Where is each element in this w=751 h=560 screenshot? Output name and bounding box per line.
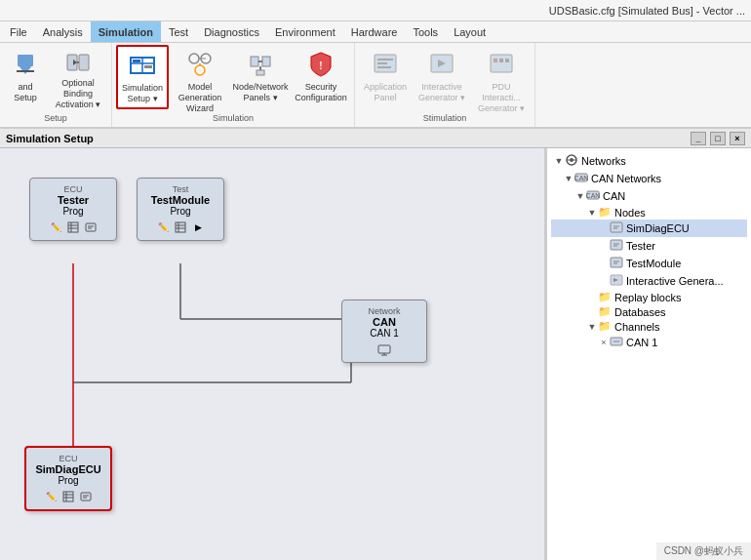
binding-icon bbox=[62, 49, 94, 76]
sub-window-bar: Simulation Setup _ □ × bbox=[0, 129, 751, 148]
tree-panel: ▼ Networks ▼ CAN CAN Networks ▼ CAN CAN … bbox=[546, 148, 751, 560]
testmodule-tree-label: TestModule bbox=[626, 258, 681, 269]
svg-point-14 bbox=[195, 65, 205, 75]
svg-rect-29 bbox=[491, 55, 512, 72]
tree-interactive-genera[interactable]: Interactive Genera... bbox=[551, 272, 747, 290]
btn-node-network[interactable]: Node/NetworkPanels ▾ bbox=[231, 45, 290, 109]
can1-icon bbox=[610, 335, 623, 350]
can1-toggle: × bbox=[598, 338, 610, 347]
menu-simulation[interactable]: Simulation bbox=[91, 21, 161, 42]
svg-rect-44 bbox=[86, 223, 96, 231]
tree-can-networks[interactable]: ▼ CAN CAN Networks bbox=[551, 170, 747, 187]
ecu-tester-block[interactable]: ECU Tester Prog ✏️ bbox=[29, 178, 117, 241]
ecu-testmodule-block[interactable]: Test TestModule Prog ✏️ ▶ bbox=[137, 178, 224, 241]
node-network-label: Node/NetworkPanels ▾ bbox=[233, 82, 289, 103]
tester-tree-label: Tester bbox=[626, 240, 655, 252]
maximize-button[interactable]: □ bbox=[710, 132, 726, 145]
tree-networks[interactable]: ▼ Networks bbox=[551, 152, 747, 170]
testmodule-icons: ✏️ ▶ bbox=[145, 220, 216, 234]
menu-analysis[interactable]: Analysis bbox=[35, 21, 91, 42]
btn-security-config[interactable]: ! SecurityConfiguration bbox=[292, 45, 350, 109]
tree-replay-blocks[interactable]: 📁 Replay blocks bbox=[551, 290, 747, 304]
btn-interactive-gen[interactable]: InteractiveGenerator ▾ bbox=[414, 45, 470, 109]
minimize-button[interactable]: _ bbox=[691, 132, 706, 145]
tester-type-label: ECU bbox=[38, 184, 108, 194]
testmodule-name-label: TestModule bbox=[145, 194, 216, 206]
testmodule-type-label: Test bbox=[145, 184, 216, 194]
menu-file[interactable]: File bbox=[2, 21, 35, 42]
simdiagecu-label: SimDiagECU bbox=[626, 222, 690, 234]
network-icons bbox=[350, 342, 418, 356]
network-name: CAN bbox=[350, 316, 418, 328]
svg-rect-10 bbox=[133, 60, 140, 62]
menu-hardware[interactable]: Hardware bbox=[343, 21, 406, 42]
title-bar: UDSBasic.cfg [Simulated Bus] - Vector ..… bbox=[0, 0, 751, 21]
btn-application-panel[interactable]: ApplicationPanel bbox=[359, 45, 412, 109]
tree-tester[interactable]: Tester bbox=[551, 237, 747, 255]
testmodule-sub-label: Prog bbox=[145, 206, 216, 217]
simdiag-cfg-icon bbox=[61, 490, 75, 503]
tree-can[interactable]: ▼ CAN CAN bbox=[551, 187, 747, 205]
setup-group-label: Setup bbox=[44, 111, 67, 125]
tester-sub-label: Prog bbox=[38, 206, 108, 217]
optional-binding-label: Optional BindingActivation ▾ bbox=[54, 78, 102, 109]
simdiagecu-icon bbox=[610, 220, 623, 236]
sub-window-title: Simulation Setup bbox=[6, 133, 94, 144]
svg-rect-24 bbox=[377, 59, 393, 60]
btn-and-setup[interactable]: andSetup bbox=[4, 45, 47, 109]
interactive-tree-icon bbox=[610, 273, 623, 289]
networks-toggle: ▼ bbox=[553, 156, 565, 166]
svg-rect-26 bbox=[377, 66, 391, 68]
simdiag-name-label: SimDiagECU bbox=[34, 463, 102, 475]
menu-bar: File Analysis Simulation Test Diagnostic… bbox=[0, 21, 751, 43]
ribbon-group-simulation: SimulationSetup ▾ Model GenerationWizard bbox=[112, 43, 355, 127]
menu-test[interactable]: Test bbox=[161, 21, 196, 42]
tree-channels[interactable]: ▼ 📁 Channels bbox=[551, 319, 747, 334]
svg-marker-1 bbox=[18, 64, 33, 74]
pdu-interactive-label: PDU Interacti...Generator ▾ bbox=[477, 82, 526, 113]
svg-rect-21 bbox=[257, 70, 264, 75]
can-networks-icon: CAN bbox=[574, 171, 588, 186]
menu-tools[interactable]: Tools bbox=[405, 21, 446, 42]
ecu-simdiag-block[interactable]: ECU SimDiagECU Prog ✏️ bbox=[24, 446, 112, 511]
canvas-area[interactable]: ECU Tester Prog ✏️ Test TestModule Prog … bbox=[0, 148, 546, 560]
pdu-icon bbox=[486, 49, 517, 80]
tester-cfg-icon bbox=[66, 220, 80, 234]
interactive-gen-label: InteractiveGenerator ▾ bbox=[418, 82, 465, 103]
ribbon: andSetup Optional BindingActivation ▾ Se… bbox=[0, 43, 751, 129]
btn-pdu-interactive[interactable]: PDU Interacti...Generator ▾ bbox=[472, 45, 531, 109]
tree-databases[interactable]: 📁 Databases bbox=[551, 304, 747, 319]
menu-environment[interactable]: Environment bbox=[267, 21, 343, 42]
svg-rect-72 bbox=[611, 240, 622, 250]
btn-model-generation[interactable]: Model GenerationWizard bbox=[171, 45, 229, 109]
can-networks-toggle: ▼ bbox=[563, 174, 574, 183]
replay-folder-icon: 📁 bbox=[598, 291, 612, 303]
svg-rect-2 bbox=[17, 70, 34, 72]
stimulation-group-label: Stimulation bbox=[423, 111, 467, 125]
tree-can1[interactable]: × CAN 1 bbox=[551, 334, 747, 351]
menu-diagnostics[interactable]: Diagnostics bbox=[196, 21, 267, 42]
svg-rect-75 bbox=[611, 258, 622, 267]
node-icon bbox=[245, 49, 276, 80]
can-toggle: ▼ bbox=[574, 191, 586, 201]
simdiag-icons: ✏️ bbox=[34, 490, 102, 503]
can1-label: CAN 1 bbox=[626, 337, 657, 348]
ribbon-group-setup: andSetup Optional BindingActivation ▾ Se… bbox=[0, 43, 112, 127]
interactive-icon bbox=[426, 49, 457, 80]
ribbon-group-stimulation: ApplicationPanel InteractiveGenerator ▾ bbox=[355, 43, 535, 127]
btn-optional-binding[interactable]: Optional BindingActivation ▾ bbox=[49, 45, 107, 109]
btn-simulation-setup[interactable]: SimulationSetup ▾ bbox=[116, 45, 169, 109]
model-gen-icon bbox=[184, 49, 216, 80]
close-button[interactable]: × bbox=[730, 132, 745, 145]
tree-simdiagecu[interactable]: SimDiagECU bbox=[551, 220, 747, 237]
svg-rect-69 bbox=[611, 222, 622, 232]
can-label: CAN bbox=[603, 190, 625, 202]
network-can-block[interactable]: Network CAN CAN 1 bbox=[341, 300, 427, 363]
menu-layout[interactable]: Layout bbox=[446, 21, 494, 42]
simdiag-edit-icon: ✏️ bbox=[44, 490, 58, 503]
tree-nodes[interactable]: ▼ 📁 Nodes bbox=[551, 205, 747, 220]
databases-label: Databases bbox=[614, 306, 666, 318]
tree-testmodule[interactable]: TestModule bbox=[551, 255, 747, 272]
interactive-genera-label: Interactive Genera... bbox=[626, 275, 724, 287]
svg-rect-51 bbox=[378, 345, 390, 353]
